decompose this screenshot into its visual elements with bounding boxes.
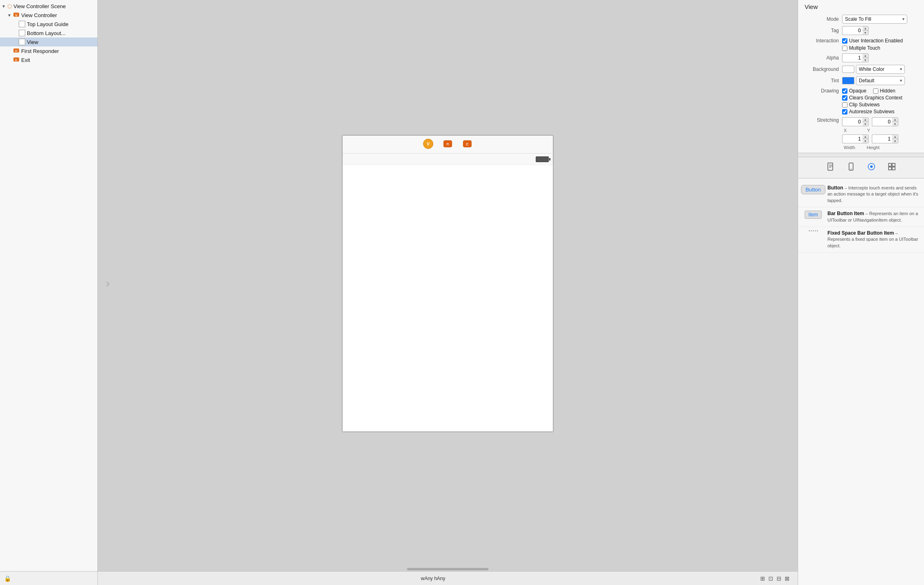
right-panel: View Mode Scale To Fill ▼ Tag	[798, 0, 924, 585]
canvas-scrollbar-x[interactable]	[98, 567, 798, 571]
sidebar-item-top-layout[interactable]: Top Layout Guide	[0, 20, 97, 29]
status-icon-1[interactable]: ⊞	[760, 575, 765, 582]
iphone-body[interactable]	[343, 165, 553, 431]
stretch-x-up[interactable]: ▲	[862, 118, 868, 122]
sidebar-item-first-responder[interactable]: R First Responder	[0, 46, 97, 55]
svg-point-17	[851, 169, 851, 169]
tag-stepper: ▲ ▼	[862, 26, 869, 35]
autoresize-checkbox-row: Autoresize Subviews	[842, 109, 894, 114]
multiple-touch-checkbox[interactable]	[842, 46, 847, 51]
status-icon-2[interactable]: ⊡	[768, 575, 773, 582]
alpha-label: Alpha	[802, 55, 839, 61]
sidebar-item-exit[interactable]: E Exit	[0, 55, 97, 64]
first-responder-label: First Responder	[21, 48, 59, 54]
bar-button-item-title: Bar Button Item	[827, 211, 864, 216]
alpha-stepper-up[interactable]: ▲	[862, 54, 868, 58]
tab-device[interactable]	[845, 161, 857, 175]
bottom-layout-label: Bottom Layout...	[27, 30, 66, 36]
alpha-input[interactable]	[842, 53, 862, 62]
drawing-row: Drawing Opaque Hidden C	[798, 86, 924, 116]
sidebar-item-scene[interactable]: ▼ ⬡ View Controller Scene	[0, 2, 97, 11]
stretch-xy-labels: X Y	[842, 128, 870, 133]
mode-label: Mode	[802, 16, 839, 22]
stretch-w-group: ▲ ▼	[842, 134, 869, 143]
mode-value: Scale To Fill ▼	[842, 15, 920, 24]
vc-icon: V	[13, 11, 20, 19]
tab-circle[interactable]	[865, 161, 878, 175]
sidebar-item-view[interactable]: View	[0, 37, 97, 46]
opaque-checkbox[interactable]	[842, 88, 847, 94]
dot-1	[809, 230, 810, 231]
status-icon-3[interactable]: ⊟	[777, 575, 781, 582]
guide-icon-bottom	[19, 30, 25, 36]
bar-button-preview-text: Item	[808, 212, 818, 218]
sidebar-item-vc[interactable]: ▼ V View Controller	[0, 11, 97, 20]
stretch-h-stepper: ▲ ▼	[892, 134, 898, 143]
toggle-icon-vc: ▼	[7, 13, 13, 18]
background-color-swatch[interactable]	[842, 66, 854, 73]
mode-row: Mode Scale To Fill ▼	[798, 13, 924, 25]
mode-dropdown[interactable]: Scale To Fill ▼	[842, 15, 907, 24]
stretch-x-down[interactable]: ▼	[862, 122, 868, 126]
fixed-space-preview-icon	[803, 230, 823, 231]
view-label: View	[27, 39, 38, 45]
stretch-w-label: Width	[844, 145, 855, 150]
alpha-stepper-down[interactable]: ▼	[862, 58, 868, 62]
stretch-h-label: Height	[867, 145, 880, 150]
battery-icon	[536, 156, 549, 162]
stretch-w-up[interactable]: ▲	[862, 135, 868, 139]
sidebar-item-bottom-layout[interactable]: Bottom Layout...	[0, 29, 97, 37]
canvas-container: › V R	[98, 0, 798, 567]
stretch-h-input[interactable]	[872, 134, 892, 143]
autoresize-checkbox[interactable]	[842, 109, 847, 114]
stretch-xy-row: ▲ ▼ ▲ ▼	[842, 117, 898, 126]
user-interaction-label: User Interaction Enabled	[849, 38, 903, 44]
panel-section-title: View	[798, 3, 924, 13]
status-icon-4[interactable]: ⊠	[785, 575, 790, 582]
button-preview: Button	[801, 185, 825, 194]
background-chevron: ▼	[899, 67, 903, 71]
tag-input[interactable]	[842, 26, 862, 35]
alpha-stepper-group: ▲ ▼	[842, 53, 869, 62]
stretch-h-down[interactable]: ▼	[892, 139, 898, 143]
stretch-x-input[interactable]	[842, 117, 862, 126]
hidden-checkbox[interactable]	[873, 88, 878, 94]
stretch-y-input[interactable]	[872, 117, 892, 126]
drawing-row-1: Opaque Hidden	[842, 88, 895, 94]
stretch-h-group: ▲ ▼	[872, 134, 898, 143]
tab-file[interactable]	[825, 161, 837, 175]
tag-stepper-up[interactable]: ▲	[862, 26, 868, 31]
interaction-row: Interaction User Interaction Enabled Mul…	[798, 36, 924, 52]
library-item-fixed-space[interactable]: Fixed Space Bar Button Item – Represents…	[798, 227, 924, 253]
stretch-wh-row: ▲ ▼ ▲ ▼	[842, 134, 898, 143]
svg-text:E: E	[15, 58, 17, 62]
panel-tabs	[798, 157, 924, 178]
svg-rect-22	[889, 167, 891, 170]
tint-value: Default ▼	[842, 76, 920, 85]
stretch-y-up[interactable]: ▲	[892, 118, 898, 122]
tag-stepper-down[interactable]: ▼	[862, 31, 868, 35]
library-item-bar-button[interactable]: Item Bar Button Item – Represents an ite…	[798, 207, 924, 227]
library-item-button[interactable]: Button Button – Intercepts touch events …	[798, 182, 924, 207]
tint-color-swatch[interactable]	[842, 77, 854, 84]
stretch-y-down[interactable]: ▼	[892, 122, 898, 126]
canvas-status-center: wAny hAny	[421, 576, 445, 581]
tint-label: Tint	[802, 78, 839, 84]
background-row: Background White Color ▼	[798, 64, 924, 75]
svg-text:E: E	[466, 142, 469, 146]
stretching-inputs: ▲ ▼ ▲ ▼	[842, 117, 920, 150]
user-interaction-checkbox[interactable]	[842, 38, 847, 44]
canvas-status-right: ⊞ ⊡ ⊟ ⊠	[760, 575, 790, 582]
tab-grid[interactable]	[886, 161, 898, 175]
clears-graphics-checkbox[interactable]	[842, 95, 847, 101]
background-dropdown[interactable]: White Color ▼	[856, 65, 905, 74]
responder-canvas-icon: R	[442, 138, 453, 151]
clip-subviews-checkbox[interactable]	[842, 102, 847, 108]
drawing-options: Opaque Hidden Clears Graphics Context	[842, 88, 920, 114]
stretch-w-down[interactable]: ▼	[862, 139, 868, 143]
library-list: Button Button – Intercepts touch events …	[798, 178, 924, 585]
tint-dropdown[interactable]: Default ▼	[856, 76, 905, 85]
iphone-frame[interactable]: V R E	[342, 135, 554, 432]
stretch-h-up[interactable]: ▲	[892, 135, 898, 139]
stretch-w-input[interactable]	[842, 134, 862, 143]
